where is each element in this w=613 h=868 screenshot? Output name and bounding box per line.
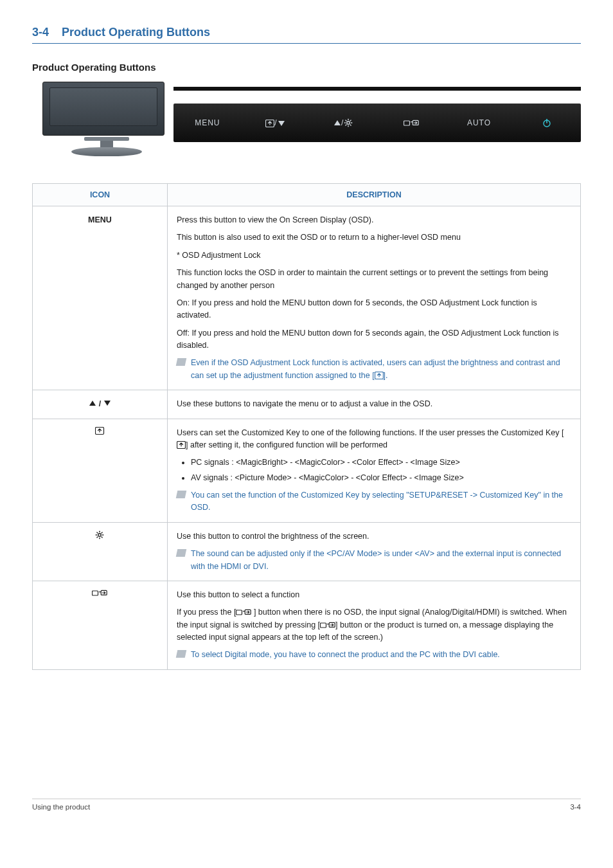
section-number: 3-4 [32,26,49,39]
custom-p1: Users can set the Customized Key to one … [177,427,571,452]
menu-note: Even if the OSD Adjustment Lock function… [177,357,571,382]
source-p2: If you press the [ ] button when there i… [177,606,571,644]
source-p1: Use this button to select a function [177,589,571,601]
strip-auto-label: AUTO [445,118,513,127]
menu-p1: Press this button to view the On Screen … [177,214,571,226]
monitor-icon [42,82,171,156]
icon-menu-label: MENU [33,206,168,390]
strip-source-label [377,118,445,127]
source-enter-icon [92,590,109,597]
icon-brightness [33,522,168,581]
menu-p3: * OSD Adjustment Lock [177,249,571,262]
desc-source: Use this button to select a function If … [168,581,581,669]
menu-p6: Off: If you press and hold the MENU butt… [177,327,571,352]
list-item: PC signals : <MagicBright> - <MagicColor… [191,457,571,469]
section-title: Product Operating Buttons [62,26,210,39]
custom-note: You can set the function of the Customiz… [177,489,571,514]
section-heading: 3-4 Product Operating Buttons [32,26,581,44]
table-header-icon: ICON [33,184,168,206]
strip-menu-label: MENU [173,118,242,127]
menu-p2: This button is also used to exit the OSD… [177,231,571,244]
menu-p4: This function locks the OSD in order to … [177,267,571,292]
subsection-title: Product Operating Buttons [32,62,581,73]
product-illustration: MENU / / AUTO [32,82,581,165]
table-header-description: DESCRIPTION [168,184,581,206]
triangle-down-icon [103,400,111,406]
strip-up-bright-label: / [309,118,377,128]
nav-p1: Use these buttons to navigate the menu o… [177,398,571,410]
table-row: Use this button to control the brightnes… [33,522,581,581]
footer-left: Using the product [32,803,90,811]
icon-custom-key [33,419,168,522]
desc-nav: Use these buttons to navigate the menu o… [168,390,581,419]
list-item: AV signals : <Picture Mode> - <MagicColo… [191,472,571,484]
page-footer: Using the product 3-4 [32,799,581,811]
table-row: Use this button to select a function If … [33,581,581,669]
icon-source-enter [33,581,168,669]
table-row: / Use these buttons to navigate the menu… [33,390,581,419]
custom-list: PC signals : <MagicBright> - <MagicColor… [177,457,571,484]
custom-key-icon [95,427,105,436]
source-note: To select Digital mode, you have to conn… [177,649,571,661]
footer-right: 3-4 [570,803,581,811]
triangle-up-icon [89,400,96,406]
icon-description-table: ICON DESCRIPTION MENU Press this button … [32,183,581,670]
desc-custom: Users can set the Customized Key to one … [168,419,581,522]
menu-p5: On: If you press and hold the MENU butto… [177,297,571,322]
brightness-icon [95,530,105,541]
bright-note: The sound can be adjusted only if the <P… [177,548,571,573]
bright-p1: Use this button to control the brightnes… [177,530,571,543]
icon-nav-updown: / [33,390,168,419]
table-row: Users can set the Customized Key to one … [33,419,581,522]
strip-power-icon [513,118,581,127]
strip-custom-down-label: / [242,118,310,127]
table-row: MENU Press this button to view the On Sc… [33,206,581,390]
desc-menu: Press this button to view the On Screen … [168,206,581,390]
desc-bright: Use this button to control the brightnes… [168,522,581,581]
button-strip: MENU / / AUTO [173,104,581,142]
